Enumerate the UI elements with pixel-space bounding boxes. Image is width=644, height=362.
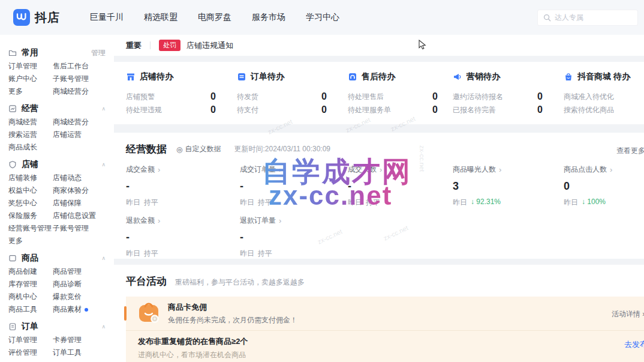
section-header-order[interactable]: 订单 ∧: [8, 321, 106, 333]
metric-value: -: [126, 180, 240, 193]
sidebar-item[interactable]: 权益中心: [8, 186, 53, 196]
sidebar-item[interactable]: 商品成长: [8, 142, 53, 152]
commission-free-row[interactable]: 商品卡免佣 免佣任务尚未完成，次月仍需支付佣金！ 活动详情 ›: [126, 297, 644, 330]
todo-label[interactable]: 待发货: [237, 92, 258, 102]
section-title: 店铺: [22, 159, 38, 170]
todo-label[interactable]: 商城准入待优化: [564, 92, 614, 102]
nav-item-fuwu[interactable]: 服务市场: [252, 12, 285, 23]
sidebar-item[interactable]: 评价管理: [8, 348, 53, 358]
importance-label: 重要: [126, 40, 142, 51]
section-header-common[interactable]: 常用 管理: [8, 47, 106, 59]
section-header-shop[interactable]: 店铺 ∧: [8, 158, 106, 170]
todo-card-marketing: 营销待办 邀约活动待报名0 已报名待完善0: [453, 71, 564, 124]
sidebar-item-more[interactable]: 更多: [8, 236, 53, 246]
nav-item-xuexi[interactable]: 学习中心: [306, 12, 339, 23]
top-nav: 巨量千川 精选联盟 电商罗盘 服务市场 学习中心: [90, 12, 339, 23]
nav-item-luopan[interactable]: 电商罗盘: [198, 12, 231, 23]
notice-bar: 重要 处罚 店铺违规通知: [114, 35, 644, 56]
chevron-up-icon[interactable]: ∧: [101, 324, 106, 330]
sidebar-item[interactable]: 商机中心: [8, 292, 53, 302]
chart-icon: [8, 104, 17, 113]
sidebar-item-aftersale-bench[interactable]: 售后工作台: [53, 61, 106, 71]
todo-label[interactable]: 待处理服务单: [348, 105, 391, 115]
sidebar-item[interactable]: 搜索运营: [8, 130, 53, 140]
todo-label[interactable]: 待支付: [237, 105, 258, 115]
chevron-up-icon[interactable]: ∧: [101, 106, 106, 112]
sidebar-item[interactable]: 奖惩中心: [8, 198, 53, 208]
sidebar-item-account-center[interactable]: 账户中心: [8, 74, 53, 84]
nav-item-qianchuan[interactable]: 巨量千川: [90, 12, 124, 23]
sidebar-item[interactable]: 店铺运营: [53, 130, 106, 140]
sidebar-item[interactable]: 经营账号管理: [8, 223, 53, 234]
search-input[interactable]: [555, 13, 627, 22]
sidebar-item[interactable]: 商品诊断: [53, 279, 106, 289]
manage-link[interactable]: 管理: [91, 48, 106, 58]
section-title: 常用: [22, 47, 38, 58]
platform-activity-panel: 平台活动 重磅福利，参与平台活动，卖越多返越多 商品卡免佣 免佣任务尚未完成，次…: [114, 265, 644, 362]
sidebar-item-material[interactable]: 商品素材: [53, 304, 106, 315]
sidebar-item[interactable]: 商城经营: [8, 117, 53, 127]
chevron-up-icon[interactable]: ∧: [101, 161, 106, 167]
sidebar-item[interactable]: 商品管理: [53, 267, 106, 277]
go-publish-link[interactable]: 去发布: [624, 339, 644, 350]
sidebar-item-order-mgmt[interactable]: 订单管理: [8, 61, 53, 71]
metric-refund-amount: 退款金额› - 昨日持平: [126, 216, 240, 259]
sidebar-item[interactable]: 商品工具: [8, 304, 53, 315]
sidebar-item[interactable]: 商城经营分: [53, 117, 106, 127]
custom-data-link[interactable]: ◎自定义数据: [176, 144, 221, 154]
notice-text[interactable]: 店铺违规通知: [186, 40, 233, 51]
chevron-right-icon: ›: [499, 165, 501, 174]
chevron-up-icon[interactable]: ∧: [101, 255, 106, 261]
section-subtitle: 重磅福利，参与平台活动，卖越多返越多: [175, 277, 305, 288]
sidebar-item[interactable]: 店铺装修: [8, 173, 53, 183]
sidebar-item[interactable]: 保险服务: [8, 211, 53, 221]
search-box[interactable]: [537, 10, 638, 26]
todo-card-order: 订单待办 待发货0 待支付0: [237, 71, 348, 124]
sidebar-item[interactable]: 店铺保障: [53, 198, 106, 208]
todo-card-shop: 店铺待办 店铺预警0 待处理违规0: [126, 71, 237, 124]
sidebar-item-mall-score[interactable]: 商城经营分: [53, 86, 106, 97]
sidebar-item-more[interactable]: 更多: [8, 86, 53, 97]
folder-icon: [8, 49, 17, 57]
sidebar-item[interactable]: 店铺信息设置: [53, 211, 106, 221]
todo-label[interactable]: 店铺预警: [126, 92, 155, 102]
sidebar-item[interactable]: 店铺动态: [53, 173, 106, 183]
metric-delta: 昨日持平: [126, 198, 240, 208]
nav-item-jingxuan[interactable]: 精选联盟: [144, 12, 177, 23]
metric-exposure: 商品曝光人数› 3 昨日↓ 92.31%: [453, 164, 564, 208]
sidebar-item[interactable]: 卡券管理: [53, 335, 106, 345]
sidebar-item[interactable]: 爆款竞价: [53, 292, 106, 302]
card-title: 营销待办: [467, 71, 500, 82]
activity-detail-link[interactable]: 活动详情 ›: [612, 309, 644, 319]
todo-value: 0: [321, 104, 327, 115]
section-header-operation[interactable]: 经营 ∧: [8, 103, 106, 115]
custom-data-icon: ◎: [176, 145, 182, 154]
sidebar-item[interactable]: 订单管理: [8, 335, 53, 345]
sidebar-item[interactable]: 订单工具: [53, 348, 106, 358]
view-more-link[interactable]: 查看更多数据: [616, 146, 644, 156]
chevron-right-icon: ›: [380, 165, 382, 174]
todo-label[interactable]: 待处理售后: [348, 92, 384, 102]
sidebar-item[interactable]: 商家体验分: [53, 186, 106, 196]
sidebar-item[interactable]: 库存管理: [8, 279, 53, 289]
metric-refund-orders: 退款订单量› - 昨日持平: [240, 216, 348, 259]
orange-accent-bar: [124, 306, 127, 321]
publish-task-row: 发布非重复铺货的在售商品≥2个 进商机中心，看市场潜在机会商品 去发布: [126, 330, 644, 362]
todo-label[interactable]: 已报名待完善: [453, 105, 496, 115]
todo-label[interactable]: 邀约活动待报名: [453, 92, 503, 102]
sidebar-item[interactable]: 商品创建: [8, 267, 53, 277]
todo-value: 0: [537, 91, 543, 102]
section-header-product[interactable]: 商品 ∧: [8, 252, 106, 264]
metric-label: 退款金额: [126, 216, 155, 226]
todo-value: 0: [321, 91, 327, 102]
sidebar-item[interactable]: 子账号管理: [53, 223, 106, 234]
brand[interactable]: 抖店: [13, 9, 60, 26]
todo-label[interactable]: 搜索待优化商品: [564, 105, 614, 115]
todo-value: 0: [210, 91, 216, 102]
sidebar-item-subaccount[interactable]: 子账号管理: [53, 74, 106, 84]
section-title: 商品: [22, 253, 38, 264]
metric-label: 商品点击人数: [564, 164, 607, 175]
todo-label[interactable]: 待处理违规: [126, 105, 162, 115]
metric-label: 商品曝光人数: [453, 164, 496, 175]
card-title: 售后待办: [362, 71, 395, 82]
